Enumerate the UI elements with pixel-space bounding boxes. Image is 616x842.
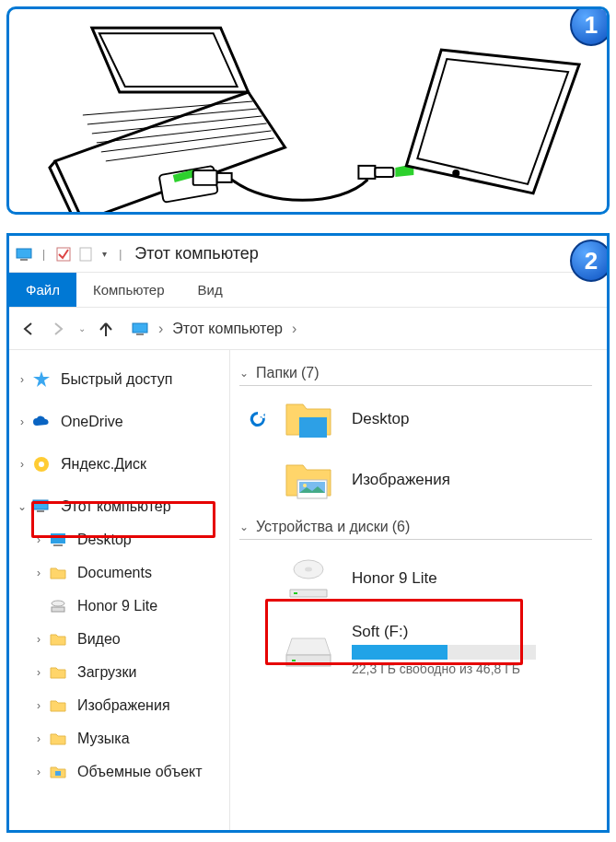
svg-rect-9 <box>217 173 232 182</box>
sidebar-item-label: Музыка <box>77 731 130 747</box>
item-soft-drive[interactable]: Soft (F:) 22,3 ГБ свободно из 46,8 ГБ <box>239 623 592 676</box>
sidebar-item-quick-access[interactable]: › Быстрый доступ <box>15 363 224 396</box>
folder-desktop-icon <box>276 397 341 441</box>
chevron-right-icon[interactable]: › <box>31 533 46 546</box>
chevron-right-icon[interactable]: › <box>31 666 46 679</box>
sidebar-item-desktop[interactable]: › Desktop <box>15 523 224 556</box>
chevron-right-icon[interactable]: › <box>31 567 46 579</box>
sidebar-item-label: Загрузки <box>77 664 136 681</box>
chevron-right-icon[interactable]: › <box>15 415 29 428</box>
svg-rect-30 <box>299 417 327 438</box>
chevron-right-icon[interactable]: › <box>15 373 29 386</box>
item-honor-drive[interactable]: Honor 9 Lite <box>239 551 592 606</box>
computer-icon <box>31 497 52 517</box>
chevron-right-icon[interactable]: › <box>31 766 46 778</box>
window-title: Этот компьютер <box>134 244 259 263</box>
sidebar-item-label: Honor 9 Lite <box>77 598 157 614</box>
chevron-down-icon: ⌄ <box>239 367 249 380</box>
badge-1: 1 <box>570 6 610 46</box>
svg-rect-8 <box>193 170 217 185</box>
sidebar-item-label: Быстрый доступ <box>61 371 173 388</box>
qat-dropdown-icon[interactable]: ▾ <box>99 245 110 263</box>
svg-rect-11 <box>375 168 393 177</box>
svg-rect-24 <box>37 510 44 512</box>
chevron-right-icon[interactable]: › <box>292 321 296 337</box>
group-devices[interactable]: ⌄ Устройства и диски (6) <box>239 519 592 540</box>
svg-rect-19 <box>136 333 144 335</box>
up-button[interactable] <box>94 317 118 341</box>
sidebar-item-label: Изображения <box>77 697 170 714</box>
drive-free-text: 22,3 ГБ свободно из 46,8 ГБ <box>352 661 536 676</box>
svg-rect-15 <box>20 259 28 261</box>
blank-icon[interactable] <box>76 245 95 263</box>
star-icon <box>31 369 52 390</box>
svg-point-22 <box>39 462 44 467</box>
tab-computer[interactable]: Компьютер <box>76 273 181 307</box>
chevron-right-icon[interactable]: › <box>158 321 163 337</box>
svg-point-13 <box>452 170 459 177</box>
computer-icon[interactable] <box>15 245 33 263</box>
separator: | <box>42 248 45 261</box>
group-label: Устройства и диски <box>256 519 389 535</box>
recent-dropdown[interactable]: ⌄ <box>76 317 88 341</box>
tab-view[interactable]: Вид <box>181 273 239 307</box>
group-count: (7) <box>301 365 320 381</box>
sidebar-item-onedrive[interactable]: › OneDrive <box>15 405 224 439</box>
sidebar-item-yandex-disk[interactable]: › Яндекс.Диск <box>15 448 224 481</box>
svg-rect-36 <box>294 592 297 594</box>
chevron-right-icon[interactable]: › <box>31 732 46 745</box>
sidebar-item-label: Яндекс.Диск <box>61 456 146 473</box>
breadcrumb[interactable]: › Этот компьютер › <box>131 320 300 338</box>
forward-button[interactable] <box>46 317 70 341</box>
svg-rect-38 <box>292 660 296 661</box>
chevron-right-icon[interactable]: › <box>15 458 29 471</box>
folder-icon <box>48 662 68 683</box>
sidebar-item-label: OneDrive <box>61 414 123 430</box>
sidebar-item-downloads[interactable]: › Загрузки <box>15 656 224 689</box>
svg-point-27 <box>52 601 64 606</box>
sidebar-item-3d-objects[interactable]: › Объемные объект <box>15 755 224 789</box>
sidebar-item-music[interactable]: › Музыка <box>15 722 224 755</box>
svg-rect-26 <box>53 544 63 546</box>
usb-illustration <box>9 9 607 212</box>
computer-icon <box>131 320 149 338</box>
svg-point-33 <box>303 484 307 487</box>
item-label: Soft (F:) <box>352 623 536 641</box>
navbar: ⌄ › Этот компьютер › <box>9 308 607 350</box>
sidebar-item-label: Объемные объект <box>77 764 203 780</box>
sidebar-item-pictures[interactable]: › Изображения <box>15 689 224 722</box>
tab-file[interactable]: Файл <box>9 273 76 307</box>
sidebar-item-honor[interactable]: Honor 9 Lite <box>15 590 224 623</box>
drive-usage-bar <box>352 645 536 660</box>
item-label: Desktop <box>352 410 409 428</box>
svg-rect-28 <box>52 607 64 612</box>
svg-rect-29 <box>55 771 61 776</box>
breadcrumb-root[interactable]: Этот компьютер <box>172 321 283 337</box>
group-folders[interactable]: ⌄ Папки (7) <box>239 365 592 386</box>
back-button[interactable] <box>17 317 41 341</box>
drive-icon <box>276 629 341 670</box>
chevron-down-icon[interactable]: ⌄ <box>15 500 29 513</box>
item-pictures[interactable]: Изображения <box>239 458 592 502</box>
refresh-icon[interactable] <box>248 409 268 429</box>
sidebar-item-label: Documents <box>77 565 152 581</box>
folder-icon <box>48 563 68 583</box>
checkbox-icon[interactable] <box>54 245 73 263</box>
chevron-right-icon[interactable]: › <box>31 699 46 712</box>
chevron-right-icon[interactable]: › <box>31 633 46 646</box>
sidebar-item-video[interactable]: › Видео <box>15 623 224 656</box>
item-label: Изображения <box>352 471 450 489</box>
svg-rect-25 <box>51 533 65 544</box>
drive-icon <box>276 556 341 601</box>
group-label: Папки <box>256 365 297 381</box>
step-1-panel: 1 <box>6 6 610 215</box>
sidebar-item-this-pc[interactable]: ⌄ Этот компьютер <box>15 490 224 523</box>
sidebar-item-documents[interactable]: › Documents <box>15 556 224 590</box>
titlebar: | ▾ | Этот компьютер <box>9 236 607 273</box>
svg-rect-23 <box>33 500 48 509</box>
disk-icon <box>31 454 52 474</box>
folder-icon <box>48 729 68 749</box>
item-desktop[interactable]: Desktop <box>239 397 592 441</box>
chevron-down-icon: ⌄ <box>239 520 249 533</box>
sidebar-item-label: Desktop <box>77 532 132 548</box>
